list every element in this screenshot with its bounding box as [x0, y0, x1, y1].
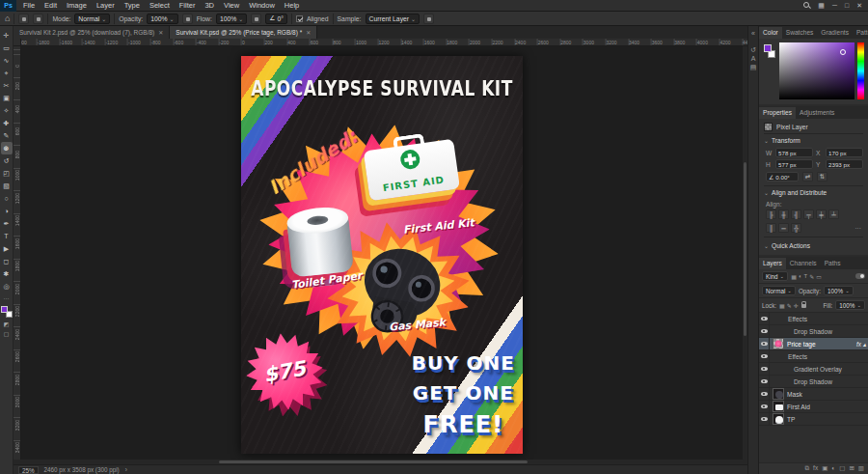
- layer-thumbnail[interactable]: [773, 388, 784, 400]
- align-icon[interactable]: ╫: [778, 209, 789, 219]
- layer-row-drop-shadow[interactable]: Drop Shadow: [759, 325, 868, 338]
- history-panel-icon[interactable]: ↺: [749, 45, 758, 54]
- minimize-button[interactable]: ─: [832, 2, 837, 9]
- visibility-toggle[interactable]: [759, 363, 770, 376]
- layer-group-icon[interactable]: ▢: [839, 465, 845, 472]
- layer-thumbnail[interactable]: [773, 338, 784, 349]
- x-field[interactable]: 170 px: [826, 148, 863, 157]
- transform-section-header[interactable]: ⌄ Transform: [764, 134, 863, 147]
- zoom-level-field[interactable]: 25%: [18, 466, 39, 474]
- tool-clone-stamp[interactable]: ⊛: [1, 142, 13, 154]
- align-icon[interactable]: ╪: [816, 209, 827, 219]
- filter-type-icon[interactable]: ◐: [799, 273, 802, 279]
- panel-tab-channels[interactable]: Channels: [786, 258, 821, 269]
- tool-move[interactable]: ✛: [1, 29, 13, 42]
- tool-hand[interactable]: ✱: [1, 267, 13, 280]
- panel-tab-layers[interactable]: Layers: [759, 258, 786, 269]
- document-tab-active[interactable]: Survival Kit.psd @ 25% (Price tage, RGB/…: [170, 26, 317, 39]
- menu-item[interactable]: Image: [62, 1, 92, 10]
- layer-row-mask[interactable]: Mask: [759, 388, 868, 401]
- panel-tab-swatches[interactable]: Swatches: [782, 27, 818, 39]
- lock-option-icon[interactable]: ▦: [779, 302, 785, 309]
- visibility-toggle[interactable]: [759, 413, 770, 426]
- align-icon[interactable]: ╟: [766, 209, 776, 219]
- tool-zoom[interactable]: ◎: [1, 280, 13, 293]
- menu-item[interactable]: Filter: [175, 1, 201, 10]
- panel-tab-paths[interactable]: Paths: [821, 258, 845, 269]
- flip-horizontal-button[interactable]: ⇄: [802, 172, 813, 181]
- horizontal-scrollbar-thumb[interactable]: [219, 460, 528, 463]
- lock-all-icon[interactable]: [801, 304, 806, 308]
- collapse-panels-icon[interactable]: «: [751, 30, 755, 37]
- opacity-select[interactable]: 100%⌄: [147, 14, 177, 24]
- layer-thumbnail[interactable]: [773, 413, 784, 425]
- height-field[interactable]: 577 px: [775, 159, 813, 169]
- visibility-toggle[interactable]: [759, 350, 770, 363]
- workspace-icon[interactable]: ▦: [818, 2, 825, 10]
- aligned-checkbox[interactable]: [296, 15, 303, 22]
- menu-item[interactable]: Window: [244, 1, 280, 10]
- layer-opacity-select[interactable]: 100%⌄: [824, 286, 854, 295]
- tool-healing-brush[interactable]: ✚: [1, 117, 13, 129]
- layer-row-gradient-overlay[interactable]: Gradient Overlay: [759, 363, 868, 376]
- lock-option-icon[interactable]: ✎: [787, 302, 792, 309]
- distribute-icon[interactable]: ╬: [791, 223, 801, 233]
- mode-select[interactable]: Normal⌄: [74, 14, 110, 24]
- visibility-toggle[interactable]: [759, 338, 770, 350]
- menu-item[interactable]: View: [219, 1, 244, 10]
- menu-item[interactable]: Edit: [40, 1, 62, 10]
- align-icon[interactable]: ╤: [803, 209, 814, 219]
- maximize-button[interactable]: □: [845, 2, 849, 9]
- panel-tab-patterns[interactable]: Patterns: [853, 27, 868, 39]
- vertical-scrollbar[interactable]: [743, 46, 747, 460]
- document-tab-inactive[interactable]: Survival Kit 2.psd @ 25% (download (7), …: [14, 26, 170, 39]
- pressure-opacity-icon[interactable]: [182, 14, 193, 24]
- filter-type-icon[interactable]: ✎: [809, 273, 814, 280]
- visibility-toggle[interactable]: [759, 376, 770, 388]
- tool-brush[interactable]: ✎: [1, 129, 13, 142]
- distribute-icon[interactable]: ║: [766, 223, 776, 233]
- menu-item[interactable]: 3D: [200, 1, 219, 10]
- sample-select[interactable]: Current Layer⌄: [366, 14, 420, 24]
- hue-slider[interactable]: [857, 42, 864, 99]
- panel-tab-gradients[interactable]: Gradients: [817, 27, 853, 39]
- tool-frame[interactable]: ▣: [1, 92, 13, 104]
- ps-logo[interactable]: Ps: [0, 0, 16, 12]
- align-icon[interactable]: ╧: [828, 209, 839, 219]
- tool-eraser[interactable]: ◰: [1, 167, 13, 180]
- tool-marquee[interactable]: ▭: [1, 42, 13, 54]
- layer-row-first-aid[interactable]: First Aid: [759, 401, 868, 413]
- foreground-color-swatch[interactable]: [1, 306, 8, 313]
- filter-type-icon[interactable]: ▦: [791, 273, 797, 280]
- menu-item[interactable]: Layer: [92, 1, 120, 10]
- horizontal-ruler[interactable]: -2000-1800-1600-1400-1200-1000-800-600-4…: [21, 39, 747, 45]
- quick-mask-icon[interactable]: ◩: [4, 321, 10, 327]
- tool-crop[interactable]: ✂: [1, 79, 13, 92]
- visibility-toggle[interactable]: [759, 401, 770, 413]
- delete-layer-icon[interactable]: ▥: [858, 465, 864, 472]
- edit-toolbar-icon[interactable]: ···: [4, 295, 10, 301]
- screen-mode-icon[interactable]: ▢: [4, 330, 10, 337]
- adjustment-layer-icon[interactable]: ◐: [831, 465, 835, 472]
- foreground-color-swatch[interactable]: [764, 44, 772, 52]
- clone-stamp-preset-icon[interactable]: [18, 14, 29, 24]
- more-options-icon[interactable]: ···: [854, 225, 863, 232]
- link-layers-icon[interactable]: ⧉: [804, 465, 809, 472]
- layer-fx-badge[interactable]: fx▴: [856, 341, 866, 348]
- tool-object-selection[interactable]: ⌖: [1, 67, 13, 79]
- character-panel-icon[interactable]: A: [749, 54, 758, 63]
- align-section-header[interactable]: ⌄ Align and Distribute: [764, 186, 863, 199]
- fill-select[interactable]: 100%⌄: [835, 300, 865, 310]
- layer-row-tp[interactable]: TP: [759, 413, 868, 426]
- tool-history-brush[interactable]: ↺: [1, 154, 13, 167]
- layer-effects-icon[interactable]: fx: [813, 465, 818, 472]
- color-cursor[interactable]: [840, 49, 846, 55]
- tool-pen[interactable]: ✒: [1, 217, 13, 230]
- tool-eyedropper[interactable]: ✧: [1, 104, 13, 117]
- filter-kind-select[interactable]: Kind⌄: [762, 271, 788, 281]
- flip-vertical-button[interactable]: ⇅: [817, 172, 827, 181]
- tool-blur[interactable]: ○: [1, 192, 13, 205]
- tool-path-selection[interactable]: ▶: [1, 242, 13, 255]
- layer-row-drop-shadow[interactable]: Drop Shadow: [759, 376, 868, 388]
- menu-item[interactable]: Type: [120, 1, 145, 10]
